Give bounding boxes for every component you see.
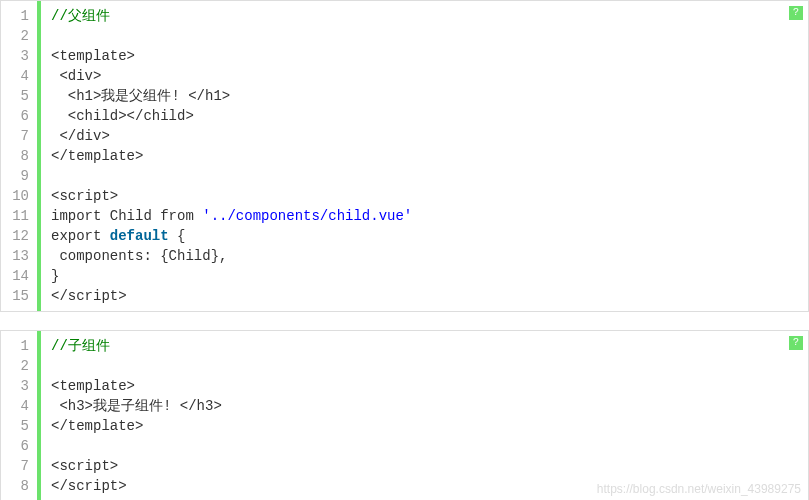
line-number: 8 xyxy=(5,146,29,166)
code-line: <script> xyxy=(51,456,808,476)
code-line: </script> xyxy=(51,286,808,306)
code-line: <child></child> xyxy=(51,106,808,126)
line-number: 10 xyxy=(5,186,29,206)
code-line: </template> xyxy=(51,146,808,166)
code-line: components: {Child}, xyxy=(51,246,808,266)
expand-icon[interactable]: ? xyxy=(789,336,803,350)
code-line xyxy=(51,356,808,376)
code-line: export default { xyxy=(51,226,808,246)
line-number-gutter: 123456789101112131415 xyxy=(1,1,38,311)
code-line xyxy=(51,436,808,456)
line-number: 4 xyxy=(5,66,29,86)
code-line: <h1>我是父组件! </h1> xyxy=(51,86,808,106)
line-number-gutter: 12345678 xyxy=(1,331,38,500)
line-number: 7 xyxy=(5,456,29,476)
code-line: <script> xyxy=(51,186,808,206)
code-block: 12345678//子组件 <template> <h3>我是子组件! </h3… xyxy=(0,330,809,500)
line-number: 13 xyxy=(5,246,29,266)
line-number: 15 xyxy=(5,286,29,306)
line-number: 11 xyxy=(5,206,29,226)
code-area: //子组件 <template> <h3>我是子组件! </h3></templ… xyxy=(37,331,808,500)
line-number: 6 xyxy=(5,436,29,456)
code-line: } xyxy=(51,266,808,286)
code-line: //子组件 xyxy=(51,336,808,356)
line-number: 12 xyxy=(5,226,29,246)
line-number: 9 xyxy=(5,166,29,186)
code-line xyxy=(51,26,808,46)
line-number: 1 xyxy=(5,6,29,26)
code-line: <template> xyxy=(51,46,808,66)
code-line xyxy=(51,166,808,186)
line-number: 2 xyxy=(5,356,29,376)
line-number: 2 xyxy=(5,26,29,46)
code-line: <h3>我是子组件! </h3> xyxy=(51,396,808,416)
code-line: <div> xyxy=(51,66,808,86)
code-block: 123456789101112131415//父组件 <template> <d… xyxy=(0,0,809,312)
line-number: 5 xyxy=(5,86,29,106)
line-number: 6 xyxy=(5,106,29,126)
expand-icon[interactable]: ? xyxy=(789,6,803,20)
line-number: 5 xyxy=(5,416,29,436)
line-number: 4 xyxy=(5,396,29,416)
code-line: //父组件 xyxy=(51,6,808,26)
line-number: 3 xyxy=(5,46,29,66)
code-line: import Child from '../components/child.v… xyxy=(51,206,808,226)
line-number: 1 xyxy=(5,336,29,356)
line-number: 3 xyxy=(5,376,29,396)
code-line: </template> xyxy=(51,416,808,436)
line-number: 14 xyxy=(5,266,29,286)
code-line: <template> xyxy=(51,376,808,396)
line-number: 7 xyxy=(5,126,29,146)
code-area: //父组件 <template> <div> <h1>我是父组件! </h1> … xyxy=(37,1,808,311)
watermark-text: https://blog.csdn.net/weixin_43989275 xyxy=(597,482,801,496)
code-line: </div> xyxy=(51,126,808,146)
line-number: 8 xyxy=(5,476,29,496)
